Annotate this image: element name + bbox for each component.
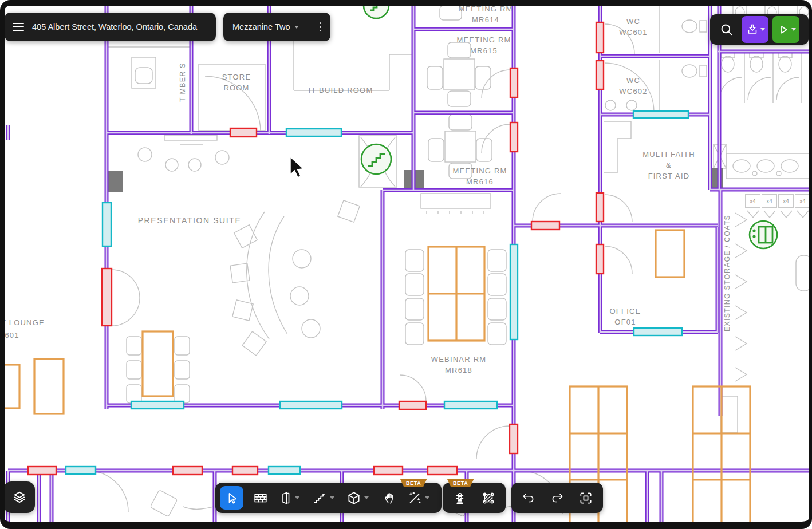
hand-icon	[383, 491, 397, 505]
zone-select-tool-button[interactable]	[475, 483, 502, 513]
play-icon	[776, 23, 790, 37]
zone-select-icon	[481, 491, 496, 506]
search-button[interactable]	[712, 14, 742, 45]
door-tool-button[interactable]	[274, 483, 308, 513]
kebab-menu-icon[interactable]	[317, 20, 324, 34]
pan-tool-button[interactable]	[377, 483, 403, 513]
hamburger-menu-icon[interactable]	[13, 23, 24, 31]
brick-wall-icon	[253, 491, 268, 506]
stairs-tool-button[interactable]	[309, 483, 342, 513]
fire-hydrant-icon	[452, 491, 467, 506]
undo-icon	[521, 491, 536, 506]
import-button[interactable]	[742, 16, 768, 43]
level-selector[interactable]: Mezzanine Two	[223, 13, 330, 41]
play-button[interactable]	[772, 16, 799, 43]
layers-icon	[11, 489, 27, 506]
select-tool-button[interactable]	[220, 486, 243, 510]
chevron-down-icon	[295, 496, 299, 499]
redo-icon	[550, 491, 565, 506]
import-tray-icon	[746, 23, 759, 37]
app-window: TIMBER S STOREROOM IT BUILD ROOM MEETING…	[0, 0, 812, 529]
address-text: 405 Albert Street, Waterloo, Ontario, Ca…	[32, 22, 197, 31]
history-toolbar	[511, 483, 603, 513]
fit-screen-icon	[578, 491, 593, 506]
beta-badge: BETA	[400, 479, 427, 487]
topbar-actions	[710, 14, 809, 45]
level-name: Mezzanine Two	[232, 22, 290, 31]
wall-tool-button[interactable]	[248, 483, 273, 513]
chevron-down-icon	[425, 496, 429, 499]
chevron-down-icon	[364, 496, 369, 499]
chevron-down-icon	[330, 496, 334, 499]
door-icon	[278, 491, 292, 505]
stairs-icon	[312, 491, 327, 506]
objects-tool-button[interactable]	[343, 483, 376, 513]
beta-badge: BETA	[447, 479, 474, 487]
undo-button[interactable]	[515, 483, 542, 513]
chevron-down-icon	[294, 26, 299, 29]
zoom-to-fit-button[interactable]	[572, 483, 600, 513]
cube-icon	[346, 491, 361, 506]
chevron-down-icon	[791, 28, 796, 31]
address-bar: 405 Albert Street, Waterloo, Ontario, Ca…	[5, 13, 216, 41]
chevron-down-icon	[760, 28, 765, 31]
search-icon	[719, 22, 734, 37]
redo-button[interactable]	[543, 483, 571, 513]
layers-button[interactable]	[3, 481, 35, 513]
select-arrow-icon	[225, 491, 239, 505]
magic-wand-icon	[407, 491, 422, 506]
